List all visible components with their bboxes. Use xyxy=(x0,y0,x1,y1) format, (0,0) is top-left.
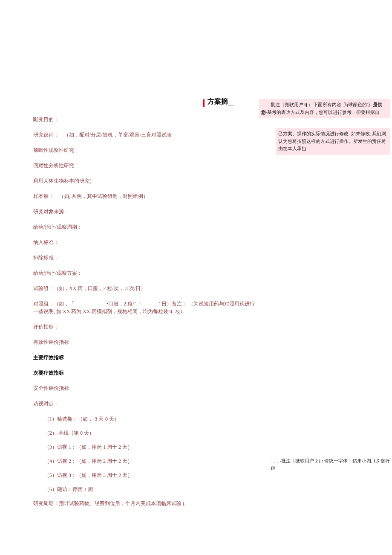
comment2-text: 请统一字体：仿来小四, xyxy=(324,458,372,463)
study-period-line: 研究周期：预计试验药物、经费到位后，个月内完成本项临床试验 I xyxy=(33,500,259,507)
biospecimen-line: 利用人体生物标本的研究） xyxy=(33,177,259,185)
comment2-dots: . . . xyxy=(271,458,279,463)
plan-line: 给药/治疗/观察方案： xyxy=(33,269,259,277)
title-accent-bar xyxy=(203,99,205,107)
sample-line: 样本量： （如, 共例，其中试验组例，对照组例） xyxy=(33,192,259,200)
retrospective-line: 回顾性分析性研究 xyxy=(33,162,259,169)
visit1-line: （1）筛选期：（如，-3 天-0 天） xyxy=(33,415,259,423)
visit3-line: （3）访视 1：（如，用药 1 周士 2 天） xyxy=(33,443,259,451)
comment1-dots: . . . xyxy=(261,102,269,107)
primary-efficacy-line: 主要疗效指标 xyxy=(33,354,259,361)
comment-balloon-1: . . . 批注［微软用户 ij： 下面所有内容, 为球颜色的字 是供您/基考的… xyxy=(259,99,390,118)
period-line: 给药/治疗/观察周期： xyxy=(33,223,259,231)
safety-eval-line: 安全性评价指标 xyxy=(33,384,259,392)
secondary-efficacy-line: 次要疗效指标 xyxy=(33,369,259,377)
trial-group-line: 试验组：（如，XX 药，口服，2 粒/次， 3 次/日） xyxy=(33,285,259,292)
comment1-text2: /基考的表达方式及内容，您可以进行参考，但要根据自 xyxy=(266,110,380,115)
design-line: 研究设计： （如，配对/分层/随机，单富/双盲/三盲对照试验 xyxy=(33,131,259,139)
control-group-prefix: 对照组：（如，「 xyxy=(33,301,74,307)
source-line: 研究对象来源： xyxy=(33,208,259,215)
eval-line: 评价指标： xyxy=(33,323,259,331)
title-underline xyxy=(228,105,234,105)
study-period-label: 研究周期： xyxy=(33,500,59,506)
comment1-text1: 下面所有内容, 为球颜色的字 xyxy=(313,102,372,107)
control-group-line: 对照组：（如，「 •口服，2 粒/ '. ' ' 日）备注： （为试验用药与对照… xyxy=(33,300,259,315)
exclusion-line: 排除标准： xyxy=(33,254,259,262)
study-period-text: 预计试验药物、经费到位后，个月内完成本项临床试验 xyxy=(59,500,182,506)
title-text: 方案摘 xyxy=(208,98,228,105)
comment2-label-bold: 2 ) : xyxy=(315,458,323,463)
comment1-label-prefix: 批注［微软用户 xyxy=(271,102,303,107)
study-period-end-char: I xyxy=(183,500,184,506)
comment-balloon-2: . . . -批注［微软用户 2 ) : 请统一字体：仿来小四, 1.5 倍行距 xyxy=(271,457,392,471)
comment-balloon-1b: 己方案、操作的实际情况进行修改. 如未修改, 我们则认为您将按照这样的方式进行操… xyxy=(276,128,390,155)
control-group-mid: •口服，2 粒/ '. ' xyxy=(107,301,140,307)
comment1-label-bold: ij： xyxy=(304,102,312,107)
comment2-label: -批注［微软用户 xyxy=(280,458,314,463)
visit5-line: （5）访视 3：（如，用药 3 周士 2 天） xyxy=(33,471,259,479)
comment2-text-bold: 1.5 xyxy=(374,458,380,463)
prospective-line: 前瞻性观察性研究 xyxy=(33,146,259,154)
purpose-line: 斷究目的： xyxy=(33,116,259,123)
inclusion-line: 纳入标准： xyxy=(33,238,259,246)
comment1b-text1: 己方案、操作的实际情况进行修改. 如未修改, 我们则认为您将按照这样的方式进行操… xyxy=(278,131,386,151)
control-group-end: ' 日）备注： xyxy=(159,301,187,307)
visit-time-line: 访视时点： xyxy=(33,400,259,407)
visit2-line: （2） 基线（第 0 天） xyxy=(33,429,259,437)
efficacy-eval-line: 有效性评价指标 xyxy=(33,338,259,346)
visit6-line: （6）随访：停药 4 周 xyxy=(33,485,259,493)
visit4-line: （4）访视 2：（如，用药 2 周士 2 天） xyxy=(33,457,259,465)
